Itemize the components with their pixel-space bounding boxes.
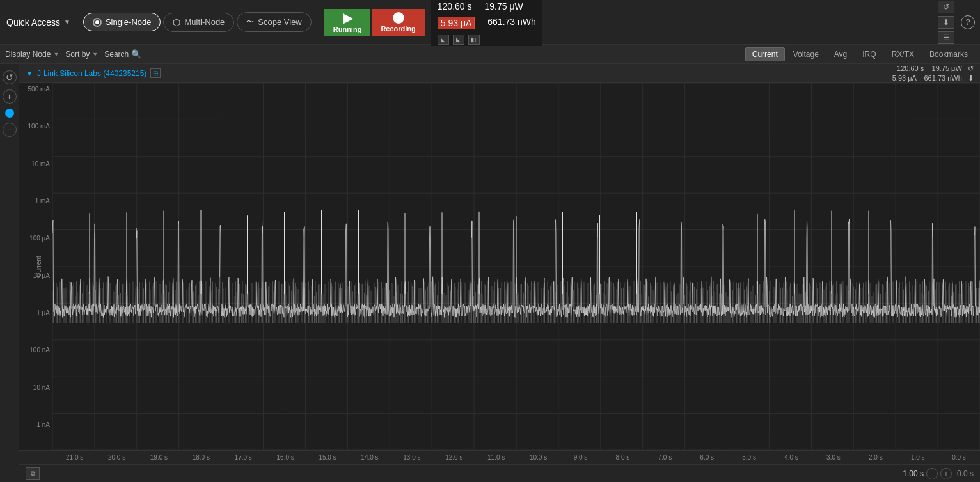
time-label--11: -11.0 s bbox=[474, 454, 516, 461]
time-label--21: -21.0 s bbox=[52, 454, 95, 461]
chart-stats-right: 120.60 s 19.75 μW ↺ 5.93 μA 661.73 nWh ⬇ bbox=[892, 65, 974, 82]
multi-node-button[interactable]: ⬡ Multi-Node bbox=[163, 13, 234, 32]
record-button[interactable]: Recording bbox=[372, 9, 424, 36]
stats-bottom-row: 5.93 μA 661.73 nWh bbox=[438, 14, 536, 32]
main-area: ↺ + − ▼ J-Link Silicon Labs (440235215) … bbox=[0, 64, 980, 482]
view-bookmarks-button[interactable]: Bookmarks bbox=[922, 47, 975, 61]
help-button[interactable]: ? bbox=[961, 15, 975, 29]
zoom-out-small-button[interactable]: − bbox=[926, 468, 938, 479]
chart-header: ▼ J-Link Silicon Labs (440235215) ⊟ 120.… bbox=[19, 64, 980, 83]
run-button[interactable]: ▶ Running bbox=[324, 9, 371, 36]
time-label--17: -17.0 s bbox=[221, 454, 264, 461]
time-label--3: -3.0 s bbox=[811, 454, 853, 461]
view-voltage-button[interactable]: Voltage bbox=[786, 47, 826, 61]
time-label--20: -20.0 s bbox=[95, 454, 137, 461]
time-label--5: -5.0 s bbox=[727, 454, 770, 461]
sort-by-control[interactable]: Sort by ▼ bbox=[65, 50, 98, 59]
sub-icon-1[interactable]: ◣ bbox=[438, 35, 449, 45]
right-icons-group: ↺ ⬇ ☰ bbox=[938, 1, 954, 44]
zoom-out-button[interactable]: − bbox=[3, 123, 17, 137]
stat-time: 120.60 s bbox=[438, 1, 472, 12]
record-icon bbox=[393, 12, 404, 24]
search-label: Search bbox=[104, 50, 129, 59]
device-label: ▼ J-Link Silicon Labs (440235215) ⊟ bbox=[26, 68, 161, 78]
quick-access-label: Quick Access bbox=[6, 17, 60, 27]
zoom-controls-right: 1.00 s − + 0.0 s bbox=[903, 468, 974, 479]
undo-button[interactable]: ↺ bbox=[938, 1, 954, 13]
chart-area: ▼ J-Link Silicon Labs (440235215) ⊟ 120.… bbox=[19, 64, 980, 482]
time-label--19: -19.0 s bbox=[137, 454, 179, 461]
view-irq-button[interactable]: IRQ bbox=[855, 47, 883, 61]
sub-icon-2[interactable]: ◣ bbox=[453, 35, 464, 45]
time-label--12: -12.0 s bbox=[432, 454, 474, 461]
time-label--6: -6.0 s bbox=[685, 454, 727, 461]
sub-icon-3[interactable]: ◧ bbox=[468, 35, 480, 45]
time-label--13: -13.0 s bbox=[390, 454, 432, 461]
download-button[interactable]: ⬇ bbox=[938, 16, 954, 29]
time-label-0: 0.0 s bbox=[938, 454, 980, 461]
chart-download-icon[interactable]: ⬇ bbox=[968, 74, 974, 82]
multi-node-label: Multi-Node bbox=[184, 17, 225, 27]
zoom-level-value: 1.00 s bbox=[903, 469, 924, 478]
run-record-group: ▶ Running Recording bbox=[324, 9, 425, 36]
display-node-chevron: ▼ bbox=[53, 51, 59, 58]
stat-current: 5.93 μA bbox=[438, 17, 475, 29]
zoom-handle[interactable] bbox=[5, 109, 14, 118]
record-label: Recording bbox=[381, 25, 415, 33]
chart-stat-power: 19.75 μW bbox=[932, 65, 962, 72]
time-label--2: -2.0 s bbox=[853, 454, 896, 461]
scope-view-label: Scope View bbox=[258, 17, 301, 27]
zoom-in-small-button[interactable]: + bbox=[940, 468, 952, 479]
view-current-button[interactable]: Current bbox=[745, 47, 785, 61]
chart-stat-current: 5.93 μA bbox=[892, 74, 917, 82]
list-button[interactable]: ☰ bbox=[938, 31, 954, 44]
time-label--7: -7.0 s bbox=[643, 454, 685, 461]
play-icon: ▶ bbox=[343, 12, 352, 24]
time-axis: -21.0 s -20.0 s -19.0 s -18.0 s -17.0 s … bbox=[19, 450, 980, 464]
stat-power: 19.75 μW bbox=[485, 1, 523, 12]
chart-canvas[interactable] bbox=[19, 83, 980, 450]
display-node-control[interactable]: Display Node ▼ bbox=[5, 50, 59, 59]
chart-stat-row-2: 5.93 μA 661.73 nWh ⬇ bbox=[892, 74, 974, 82]
scope-view-button[interactable]: 〜 Scope View bbox=[237, 12, 311, 32]
time-label--15: -15.0 s bbox=[305, 454, 347, 461]
zoom-position: 0.0 s bbox=[957, 469, 974, 478]
time-label--8: -8.0 s bbox=[601, 454, 643, 461]
bottom-bar: ⧉ 1.00 s − + 0.0 s bbox=[19, 464, 980, 482]
device-name: J-Link Silicon Labs (440235215) bbox=[37, 69, 146, 78]
quick-access-chevron: ▼ bbox=[64, 19, 70, 26]
search-icon: 🔍 bbox=[131, 49, 141, 59]
chart-stat-energy: 661.73 nWh bbox=[924, 74, 962, 82]
time-label--14: -14.0 s bbox=[347, 454, 390, 461]
view-avg-button[interactable]: Avg bbox=[827, 47, 854, 61]
sort-by-label: Sort by bbox=[65, 50, 90, 59]
device-arrow-icon: ▼ bbox=[26, 69, 33, 78]
single-node-radio-icon bbox=[93, 18, 102, 27]
time-label--16: -16.0 s bbox=[264, 454, 306, 461]
run-label: Running bbox=[333, 26, 362, 33]
chart-undo-icon[interactable]: ↺ bbox=[968, 65, 974, 72]
chart-stat-row-1: 120.60 s 19.75 μW ↺ bbox=[897, 65, 974, 73]
stats-top-row: 120.60 s 19.75 μW bbox=[438, 0, 536, 14]
topbar: Quick Access ▼ Single-Node ⬡ Multi-Node … bbox=[0, 0, 980, 45]
sub-icons-row: ◣ ◣ ◧ bbox=[438, 33, 536, 46]
sort-by-chevron: ▼ bbox=[92, 51, 98, 58]
quick-access-button[interactable]: Quick Access ▼ bbox=[6, 17, 70, 27]
single-node-button[interactable]: Single-Node bbox=[83, 13, 161, 31]
time-label--10: -10.0 s bbox=[516, 454, 558, 461]
toolbar: Display Node ▼ Sort by ▼ Search 🔍 Curren… bbox=[0, 45, 980, 64]
chart-canvas-wrap[interactable]: 500 mA 100 mA 10 mA 1 mA 100 μA 10 μA 1 … bbox=[19, 83, 980, 450]
device-options-icon[interactable]: ⊟ bbox=[150, 68, 161, 78]
zoom-reset-button[interactable]: ↺ bbox=[3, 70, 17, 84]
chart-export-icon[interactable]: ⧉ bbox=[26, 467, 40, 480]
chart-stat-time: 120.60 s bbox=[897, 65, 924, 72]
stats-group: 120.60 s 19.75 μW 5.93 μA 661.73 nWh ◣ ◣… bbox=[431, 0, 542, 46]
multi-node-icon: ⬡ bbox=[173, 17, 180, 27]
time-label--4: -4.0 s bbox=[769, 454, 811, 461]
scope-view-icon: 〜 bbox=[246, 17, 254, 27]
view-buttons-group: Current Voltage Avg IRQ RX/TX Bookmarks bbox=[745, 47, 975, 61]
search-control[interactable]: Search 🔍 bbox=[104, 49, 141, 59]
single-node-label: Single-Node bbox=[106, 17, 152, 27]
zoom-in-button[interactable]: + bbox=[3, 89, 17, 104]
view-rxtx-button[interactable]: RX/TX bbox=[885, 47, 921, 61]
